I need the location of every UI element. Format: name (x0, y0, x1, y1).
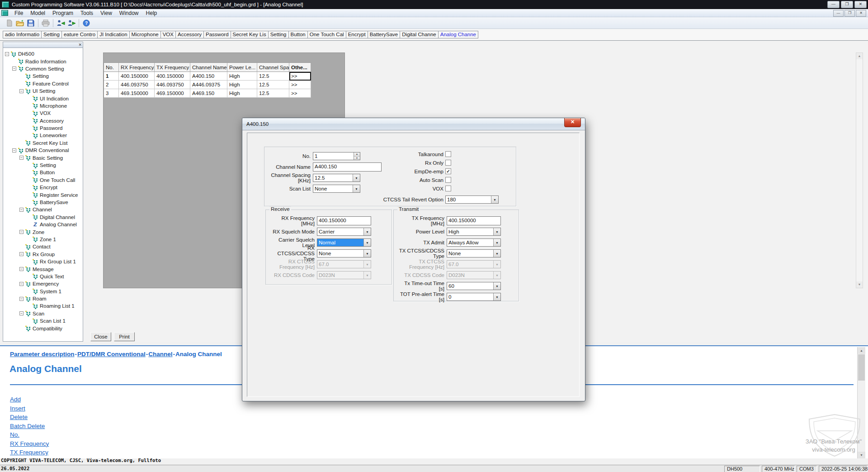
scan-list-select[interactable]: None ▼ (313, 185, 360, 193)
help-link[interactable]: No. (10, 430, 49, 439)
tree-item[interactable]: − Quick Text (3, 273, 83, 280)
save-icon[interactable] (26, 19, 36, 28)
cell-channel-spacing[interactable]: 12.5 (257, 89, 289, 98)
chevron-down-icon[interactable]: ▼ (493, 239, 500, 246)
table-row[interactable]: 3 469.150000 469.150000 A469.150 High 12… (104, 89, 311, 98)
cell-no[interactable]: 3 (104, 89, 119, 98)
cell-power-level[interactable]: High (227, 81, 257, 89)
tree-item[interactable]: − One Touch Call (3, 176, 83, 184)
cell-channel-spacing[interactable]: 12.5 (257, 81, 289, 89)
menu-file[interactable]: File (11, 10, 27, 16)
cell-tx-frequency[interactable]: 469.150000 (155, 89, 190, 98)
field-control[interactable]: 400.150000 ▼ (447, 216, 501, 225)
tree-item[interactable]: − Roaming List 1 (3, 302, 83, 310)
tab[interactable]: Analog Channe (438, 31, 478, 38)
column-header[interactable]: Power Le... (227, 63, 257, 72)
breadcrumb-part[interactable]: Channel - (148, 351, 175, 358)
tree-item[interactable]: − Channel (3, 206, 83, 213)
tree-item[interactable]: − Emergency (3, 280, 83, 287)
cell-other[interactable]: >> (289, 81, 311, 89)
breadcrumb-label[interactable]: Analog Channel (175, 351, 222, 358)
tab[interactable]: Button (288, 31, 308, 38)
field-control[interactable]: 400.150000 ▼ (317, 216, 371, 225)
tab[interactable]: Digital Channe (400, 31, 438, 38)
cell-rx-frequency[interactable]: 469.150000 (119, 89, 155, 98)
field-control[interactable]: High ▼ (447, 228, 501, 236)
cell-rx-frequency[interactable]: 446.093750 (119, 81, 155, 89)
chevron-down-icon[interactable]: ▼ (493, 261, 500, 268)
cell-power-level[interactable]: High (227, 72, 257, 81)
column-header[interactable]: RX Frequency... (119, 63, 155, 72)
menu-program[interactable]: Program (49, 10, 77, 16)
cell-other[interactable]: >> (289, 72, 311, 81)
tree-item[interactable]: − Accessory (3, 117, 83, 124)
tab[interactable]: adio Informatio (3, 31, 42, 38)
tree-item[interactable]: − Register Service (3, 191, 83, 198)
tab[interactable]: One Touch Cal (307, 31, 346, 38)
chevron-down-icon[interactable]: ▼ (493, 272, 500, 279)
tab[interactable]: Accessory (175, 31, 204, 38)
tree-item[interactable]: − Roam (3, 295, 83, 302)
column-header[interactable]: TX Frequency ... (155, 63, 190, 72)
child-minimize-button[interactable]: — (833, 10, 844, 17)
tree-item[interactable]: − Secret Key List (3, 139, 83, 147)
cell-no[interactable]: 2 (104, 81, 119, 89)
tab[interactable]: Microphone (129, 31, 161, 38)
table-row[interactable]: 2 446.093750 446.093750 A446.09375 High … (104, 81, 311, 89)
tree-item[interactable]: − Message (3, 265, 83, 272)
chevron-down-icon[interactable]: ▼ (363, 239, 371, 246)
scroll-down-icon[interactable]: ▼ (856, 281, 863, 288)
tree-item[interactable]: − Password (3, 124, 83, 132)
tree-item[interactable]: − Common Setting (3, 65, 83, 72)
tab[interactable]: Password (203, 31, 231, 38)
column-header[interactable]: Channel Name (190, 63, 227, 72)
field-control[interactable]: None ▼ (447, 249, 501, 257)
checkbox[interactable]: ✓ (445, 160, 451, 166)
cell-no[interactable]: 1 (104, 72, 119, 81)
menu-tools[interactable]: Tools (77, 10, 97, 16)
tree-expander-icon[interactable]: − (19, 267, 24, 271)
tree-item[interactable]: − Scan List 1 (3, 317, 83, 324)
read-from-radio-icon[interactable] (56, 19, 66, 28)
scroll-up-icon[interactable]: ▲ (856, 53, 863, 59)
breadcrumb-label[interactable]: Channel (148, 351, 172, 358)
tab[interactable]: JI Indication (97, 31, 129, 38)
chevron-down-icon[interactable]: ▼ (491, 196, 498, 203)
cell-channel-name[interactable]: A446.09375 (190, 81, 227, 89)
minimize-button[interactable]: — (827, 1, 840, 8)
chevron-down-icon[interactable]: ▼ (363, 228, 371, 235)
new-file-icon[interactable] (4, 19, 14, 28)
tree-item[interactable]: − DMR Conventional (3, 147, 83, 154)
tree-item[interactable]: − Button (3, 169, 83, 176)
tree-item[interactable]: − Setting (3, 72, 83, 80)
tree-item[interactable]: − UI Indication (3, 95, 83, 102)
tree-item[interactable]: − VOX (3, 110, 83, 117)
tree-expander-icon[interactable]: − (5, 52, 9, 56)
field-control[interactable]: Normal ▼ (317, 238, 371, 247)
chevron-down-icon[interactable]: ▼ (493, 282, 500, 290)
tree-item[interactable]: − DH500 (3, 50, 83, 57)
tab[interactable]: VOX (160, 31, 176, 38)
tree-item[interactable]: − Basic Setting (3, 154, 83, 161)
cell-other[interactable]: >> (289, 89, 311, 98)
field-control[interactable]: 60 ▼ (447, 282, 501, 290)
cell-channel-name[interactable]: A400.150 (190, 72, 227, 81)
field-control[interactable]: D023N ▼ (317, 271, 371, 279)
tree-item[interactable]: − Contact (3, 243, 83, 250)
tree-item[interactable]: − UI Setting (3, 87, 83, 95)
tree-expander-icon[interactable]: − (19, 297, 24, 301)
tab[interactable]: Setting (41, 31, 62, 38)
tree-expander-icon[interactable]: − (19, 252, 24, 256)
checkbox[interactable]: ✓ (445, 151, 451, 157)
help-icon[interactable]: ? (81, 19, 91, 28)
child-restore-button[interactable]: ❐ (844, 10, 855, 17)
tree-item[interactable]: − Scan (3, 310, 83, 317)
breadcrumb-label[interactable]: PDT/DMR Conventional (77, 351, 146, 358)
print-icon[interactable] (41, 19, 51, 28)
breadcrumb-part[interactable]: Parameter description - (10, 351, 77, 358)
breadcrumb-part[interactable]: PDT/DMR Conventional - (77, 351, 148, 358)
column-header[interactable]: No. (104, 63, 119, 72)
tree-item[interactable]: − Z Analog Channel (3, 221, 83, 228)
panel-close-icon[interactable]: ✕ (78, 42, 82, 48)
tab[interactable]: Secret Key Lis (231, 31, 269, 38)
